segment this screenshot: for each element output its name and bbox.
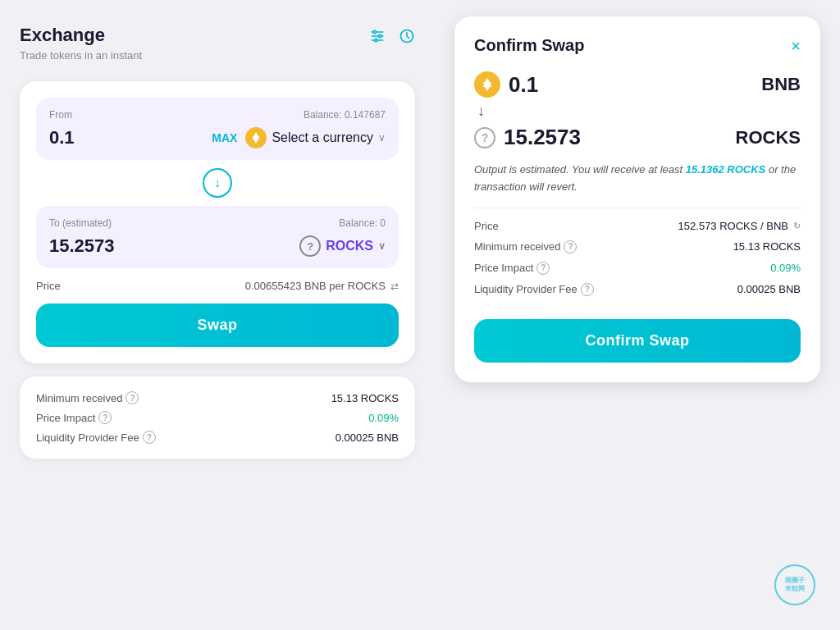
to-label: To (estimated): [49, 217, 112, 229]
close-button[interactable]: ×: [791, 38, 801, 54]
price-row: Price 0.00655423 BNB per ROCKS ⇄: [36, 280, 399, 292]
estimated-text: Output is estimated. You will receive at…: [474, 162, 801, 196]
modal-lp-fee-label: Liquidity Provider Fee ?: [474, 283, 594, 296]
modal-lp-fee-row: Liquidity Provider Fee ? 0.00025 BNB: [474, 283, 801, 296]
from-amount[interactable]: 0.1: [49, 127, 212, 148]
modal-divider: [474, 208, 801, 208]
estimated-highlight: 15.1362 ROCKS: [686, 163, 766, 176]
confirm-from-left: 0.1: [474, 71, 538, 98]
watermark-circle: 雨圈子米粒网: [774, 564, 815, 605]
svg-marker-7: [253, 132, 260, 143]
exchange-card: From Balance: 0.147687 0.1 MAX: [20, 81, 415, 363]
confirm-from-symbol: BNB: [761, 74, 801, 95]
swap-button[interactable]: Swap: [36, 304, 399, 347]
lp-fee-info-icon[interactable]: ?: [143, 431, 156, 444]
modal-price-value-container: 152.573 ROCKS / BNB ↻: [678, 220, 801, 232]
modal-min-received-info-icon[interactable]: ?: [564, 240, 577, 253]
modal-price-impact-value: 0.09%: [770, 262, 801, 274]
confirm-rocks-icon: ?: [474, 127, 495, 148]
max-button[interactable]: MAX: [212, 131, 237, 144]
svg-point-4: [379, 34, 381, 37]
svg-point-3: [373, 30, 376, 33]
right-panel: Confirm Swap × 0.1 BNB ↓: [435, 0, 840, 630]
modal-lp-fee-value: 0.00025 BNB: [737, 283, 801, 295]
to-input-box: To (estimated) Balance: 0 15.2573 ? ROCK…: [36, 206, 399, 268]
exchange-title-block: Exchange Trade tokens in an instant: [20, 25, 142, 62]
lp-fee-label: Liquidity Provider Fee ?: [36, 431, 156, 444]
min-received-row: Minimum received ? 15.13 ROCKS: [36, 391, 399, 404]
to-chevron-icon: ∨: [378, 240, 386, 252]
to-label-row: To (estimated) Balance: 0: [49, 217, 386, 229]
modal-price-impact-row: Price Impact ? 0.09%: [474, 262, 801, 275]
exchange-subtitle: Trade tokens in an instant: [20, 49, 142, 62]
confirm-to-amount: 15.2573: [504, 125, 581, 150]
header-icons: [369, 28, 415, 48]
price-impact-label: Price Impact ?: [36, 411, 112, 424]
modal-min-received-label: Minimum received ?: [474, 240, 577, 253]
to-balance: Balance: 0: [339, 217, 386, 229]
modal-price-impact-info-icon[interactable]: ?: [536, 262, 550, 275]
confirm-from-row: 0.1 BNB: [474, 71, 801, 98]
from-input-box: From Balance: 0.147687 0.1 MAX: [36, 98, 399, 160]
history-icon[interactable]: [399, 28, 415, 48]
exchange-header: Exchange Trade tokens in an instant: [20, 25, 415, 62]
confirm-bnb-icon: [474, 71, 500, 98]
confirm-swap-modal: Confirm Swap × 0.1 BNB ↓: [454, 16, 820, 382]
modal-min-received-row: Minimum received ? 15.13 ROCKS: [474, 240, 801, 253]
price-impact-info-icon[interactable]: ?: [98, 411, 112, 424]
swap-arrow-container: ↓: [36, 168, 399, 198]
to-currency-selector[interactable]: ? ROCKS ∨: [299, 235, 386, 257]
lp-fee-row: Liquidity Provider Fee ? 0.00025 BNB: [36, 431, 399, 444]
from-input-row: 0.1 MAX Select a currency ∨: [49, 127, 386, 148]
modal-min-received-value: 15.13 ROCKS: [733, 240, 801, 253]
from-currency-label: Select a currency: [272, 130, 373, 145]
price-impact-value: 0.09%: [368, 412, 399, 424]
settings-icon[interactable]: [369, 28, 386, 48]
reload-icon[interactable]: ↻: [793, 221, 801, 231]
lp-fee-value: 0.00025 BNB: [336, 431, 399, 444]
to-amount[interactable]: 15.2573: [49, 235, 299, 257]
modal-price-impact-label: Price Impact ?: [474, 262, 550, 275]
from-chevron-icon: ∨: [378, 132, 386, 144]
modal-price-row: Price 152.573 ROCKS / BNB ↻: [474, 220, 801, 232]
price-impact-row: Price Impact ? 0.09%: [36, 411, 399, 424]
details-card: Minimum received ? 15.13 ROCKS Price Imp…: [20, 377, 415, 459]
watermark: 雨圈子米粒网: [774, 564, 815, 605]
to-currency-label: ROCKS: [326, 239, 373, 253]
min-received-label: Minimum received ?: [36, 391, 139, 404]
confirm-to-row: ? 15.2573 ROCKS: [474, 125, 801, 150]
confirm-to-symbol: ROCKS: [736, 127, 801, 148]
min-received-info-icon[interactable]: ?: [126, 391, 139, 404]
price-value: 0.00655423 BNB per ROCKS: [245, 280, 386, 292]
from-label-row: From Balance: 0.147687: [49, 109, 386, 121]
modal-header: Confirm Swap ×: [474, 36, 801, 55]
modal-lp-fee-info-icon[interactable]: ?: [581, 283, 594, 296]
from-currency-selector[interactable]: Select a currency ∨: [245, 127, 386, 148]
price-value-container: 0.00655423 BNB per ROCKS ⇄: [245, 280, 399, 292]
min-received-value: 15.13 ROCKS: [331, 392, 399, 404]
rocks-icon: ?: [299, 235, 321, 257]
confirm-to-left: ? 15.2573: [474, 125, 581, 150]
modal-title: Confirm Swap: [474, 36, 584, 55]
confirm-arrow-icon: ↓: [477, 103, 801, 120]
from-label: From: [49, 109, 72, 121]
svg-marker-8: [482, 78, 492, 92]
bnb-icon: [245, 127, 267, 148]
price-label: Price: [36, 280, 61, 292]
confirm-from-amount: 0.1: [509, 72, 538, 98]
confirm-swap-button[interactable]: Confirm Swap: [474, 319, 801, 363]
exchange-title: Exchange: [20, 25, 142, 46]
swap-direction-button[interactable]: ↓: [203, 168, 232, 198]
modal-price-label: Price: [474, 220, 499, 232]
svg-point-5: [375, 39, 377, 41]
to-input-row: 15.2573 ? ROCKS ∨: [49, 235, 386, 257]
modal-price-value: 152.573 ROCKS / BNB: [678, 220, 788, 232]
price-switch-icon[interactable]: ⇄: [390, 281, 399, 292]
from-balance: Balance: 0.147687: [304, 109, 386, 121]
